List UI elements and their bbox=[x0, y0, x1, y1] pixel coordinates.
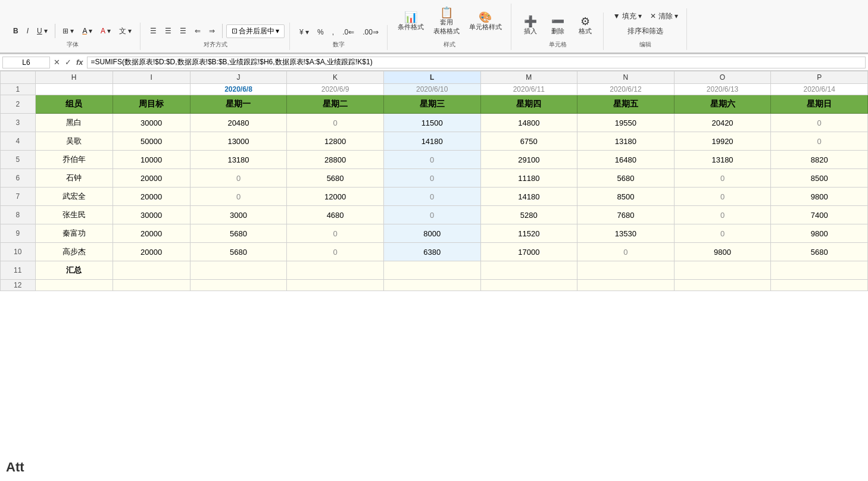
comma-button[interactable]: , bbox=[329, 26, 338, 38]
cell-sat-3[interactable]: 20420 bbox=[674, 114, 771, 132]
cell-wed-10[interactable]: 6380 bbox=[383, 243, 480, 261]
col-header-P[interactable]: P bbox=[771, 71, 868, 84]
empty-cell-6[interactable] bbox=[480, 280, 577, 291]
align-right-button[interactable]: ☰ bbox=[176, 25, 190, 37]
cell-name-4[interactable]: 吴歌 bbox=[35, 132, 113, 151]
cell-summary-8[interactable] bbox=[674, 261, 771, 280]
cell-mon-6[interactable]: 0 bbox=[190, 169, 287, 188]
row-num-5[interactable]: 5 bbox=[1, 151, 36, 169]
cell-tue-4[interactable]: 12800 bbox=[287, 132, 384, 151]
cell-tue-3[interactable]: 0 bbox=[287, 114, 384, 132]
cell-thu-7[interactable]: 14180 bbox=[480, 188, 577, 206]
cell-tue-10[interactable]: 0 bbox=[287, 243, 384, 261]
cell-reference-input[interactable] bbox=[2, 57, 50, 68]
cell-summary-4[interactable] bbox=[287, 261, 384, 280]
cell-name-9[interactable]: 秦富功 bbox=[35, 224, 113, 243]
cell-target-10[interactable]: 20000 bbox=[113, 243, 190, 261]
cell-thu-3[interactable]: 14800 bbox=[480, 114, 577, 132]
cell-sat-8[interactable]: 0 bbox=[674, 206, 771, 224]
cell-wed-9[interactable]: 8000 bbox=[383, 224, 480, 243]
cell-summary-3[interactable] bbox=[190, 261, 287, 280]
cell-mon-5[interactable]: 13180 bbox=[190, 151, 287, 169]
fill-button[interactable]: ▼ 填充 ▾ bbox=[610, 10, 646, 23]
row-num-3[interactable]: 3 bbox=[1, 114, 36, 132]
cell-thu-9[interactable]: 11520 bbox=[480, 224, 577, 243]
cell-name-8[interactable]: 张生民 bbox=[35, 206, 113, 224]
confirm-icon[interactable]: ✓ bbox=[64, 58, 73, 67]
cell-name-7[interactable]: 武宏全 bbox=[35, 188, 113, 206]
cell-sat-6[interactable]: 0 bbox=[674, 169, 771, 188]
cell-target-5[interactable]: 10000 bbox=[113, 151, 190, 169]
cell-thu-4[interactable]: 6750 bbox=[480, 132, 577, 151]
cond-format-button[interactable]: 📊 条件格式 bbox=[394, 10, 428, 34]
empty-cell-7[interactable] bbox=[577, 280, 675, 291]
indent-left-button[interactable]: ⇐ bbox=[191, 25, 204, 37]
cell-summary-label[interactable]: 汇总 bbox=[35, 261, 113, 280]
wen-button[interactable]: 文 ▾ bbox=[115, 24, 135, 38]
cell-fri-10[interactable]: 0 bbox=[577, 243, 675, 261]
empty-cell-8[interactable] bbox=[674, 280, 771, 291]
table-format-button[interactable]: 📋 套用表格格式 bbox=[429, 5, 464, 38]
cell-target-6[interactable]: 20000 bbox=[113, 169, 190, 188]
cell-name-3[interactable]: 黑白 bbox=[35, 114, 113, 132]
cell-target-3[interactable]: 30000 bbox=[113, 114, 190, 132]
cell-sat-7[interactable]: 0 bbox=[674, 188, 771, 206]
align-center-button[interactable]: ☰ bbox=[161, 25, 175, 37]
col-header-N[interactable]: N bbox=[577, 71, 675, 84]
cell-summary-2[interactable] bbox=[113, 261, 190, 280]
row-num-6[interactable]: 6 bbox=[1, 169, 36, 188]
cell-sun-6[interactable]: 8500 bbox=[771, 169, 868, 188]
cell-mon-4[interactable]: 13000 bbox=[190, 132, 287, 151]
empty-cell-1[interactable] bbox=[35, 280, 113, 291]
empty-cell-2[interactable] bbox=[113, 280, 190, 291]
empty-cell-5[interactable] bbox=[383, 280, 480, 291]
cell-summary-6[interactable] bbox=[480, 261, 577, 280]
cell-style-button[interactable]: 🎨 单元格样式 bbox=[465, 10, 506, 34]
currency-button[interactable]: ¥ ▾ bbox=[296, 26, 313, 38]
cell-target-9[interactable]: 20000 bbox=[113, 224, 190, 243]
cell-target-8[interactable]: 30000 bbox=[113, 206, 190, 224]
cell-thu-8[interactable]: 5280 bbox=[480, 206, 577, 224]
cell-sat-9[interactable]: 0 bbox=[674, 224, 771, 243]
cancel-icon[interactable]: ✕ bbox=[52, 58, 61, 67]
underline-button[interactable]: U ▾ bbox=[33, 25, 51, 37]
col-header-I[interactable]: I bbox=[113, 71, 190, 84]
cell-tue-8[interactable]: 4680 bbox=[287, 206, 384, 224]
cell-fri-3[interactable]: 19550 bbox=[577, 114, 675, 132]
align-left-button[interactable]: ☰ bbox=[146, 25, 160, 37]
cell-fri-7[interactable]: 8500 bbox=[577, 188, 675, 206]
delete-button[interactable]: ➖ 删除 bbox=[545, 14, 571, 38]
merge-button[interactable]: ⊡ 合并后居中 ▾ bbox=[226, 24, 285, 38]
italic-button[interactable]: I bbox=[23, 25, 32, 37]
cell-sat-4[interactable]: 19920 bbox=[674, 132, 771, 151]
col-header-J[interactable]: J bbox=[190, 71, 287, 84]
dec-dec-button[interactable]: .00⇒ bbox=[359, 26, 382, 38]
cell-wed-3[interactable]: 11500 bbox=[383, 114, 480, 132]
cell-tue-6[interactable]: 5680 bbox=[287, 169, 384, 188]
cell-tue-5[interactable]: 28800 bbox=[287, 151, 384, 169]
row-num-7[interactable]: 7 bbox=[1, 188, 36, 206]
cell-sun-3[interactable]: 0 bbox=[771, 114, 868, 132]
cell-name-6[interactable]: 石钟 bbox=[35, 169, 113, 188]
cell-thu-5[interactable]: 29100 bbox=[480, 151, 577, 169]
cell-thu-10[interactable]: 17000 bbox=[480, 243, 577, 261]
cell-sun-7[interactable]: 9800 bbox=[771, 188, 868, 206]
cell-summary-5[interactable] bbox=[383, 261, 480, 280]
col-header-K[interactable]: K bbox=[287, 71, 384, 84]
cell-sat-5[interactable]: 13180 bbox=[674, 151, 771, 169]
empty-cell-4[interactable] bbox=[287, 280, 384, 291]
cell-target-7[interactable]: 20000 bbox=[113, 188, 190, 206]
cell-sun-10[interactable]: 5680 bbox=[771, 243, 868, 261]
row-num-9[interactable]: 9 bbox=[1, 224, 36, 243]
cell-mon-7[interactable]: 0 bbox=[190, 188, 287, 206]
cell-sun-5[interactable]: 8820 bbox=[771, 151, 868, 169]
clear-button[interactable]: ✕ 清除 ▾ bbox=[647, 10, 682, 23]
empty-cell-9[interactable] bbox=[771, 280, 868, 291]
col-header-H[interactable]: H bbox=[35, 71, 113, 84]
cell-sun-9[interactable]: 9800 bbox=[771, 224, 868, 243]
bold-button[interactable]: B bbox=[10, 25, 22, 37]
cell-sat-10[interactable]: 9800 bbox=[674, 243, 771, 261]
cell-mon-9[interactable]: 5680 bbox=[190, 224, 287, 243]
cell-mon-3[interactable]: 20480 bbox=[190, 114, 287, 132]
cell-sun-4[interactable]: 0 bbox=[771, 132, 868, 151]
